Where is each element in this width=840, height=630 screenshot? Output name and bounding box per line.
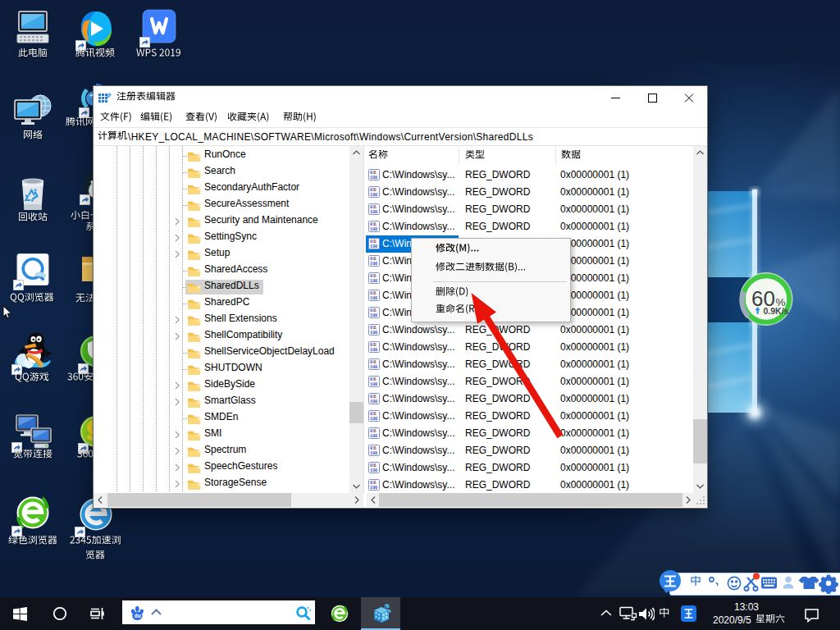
svg-text:0: 0	[375, 451, 377, 456]
svg-text:0: 0	[375, 227, 377, 232]
svg-text:0: 0	[375, 486, 377, 491]
svg-text:0: 0	[375, 417, 377, 422]
svg-text:0: 0	[375, 382, 377, 387]
svg-text:0: 0	[375, 244, 377, 249]
svg-text:0: 0	[375, 210, 377, 215]
svg-text:0: 0	[375, 365, 377, 370]
svg-text:0: 0	[375, 399, 377, 404]
svg-text:0: 0	[375, 348, 377, 353]
svg-text:0: 0	[375, 262, 377, 267]
svg-text:du: du	[135, 613, 141, 619]
svg-text:0: 0	[375, 296, 377, 301]
svg-text:0: 0	[375, 193, 377, 198]
svg-text:0.9K/s: 0.9K/s	[764, 306, 789, 316]
svg-text:0: 0	[375, 434, 377, 439]
svg-text:0: 0	[375, 176, 377, 180]
svg-text:0: 0	[375, 468, 377, 473]
svg-text:0: 0	[375, 313, 377, 318]
svg-text:0: 0	[375, 279, 377, 284]
svg-text:0: 0	[375, 331, 377, 336]
